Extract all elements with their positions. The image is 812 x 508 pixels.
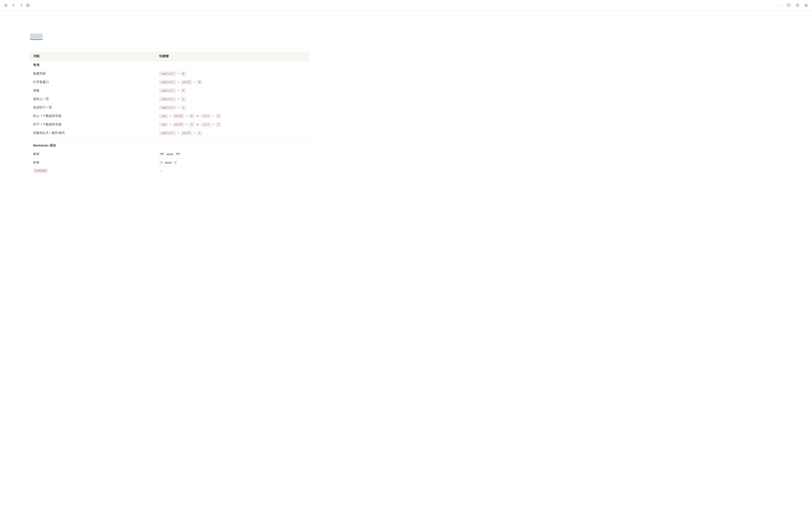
topbar-right (777, 2, 809, 8)
section-label: 常用 (29, 61, 310, 70)
shortcut-cell: cmd/ctrl + ] (155, 103, 309, 112)
key-badge: shift (181, 80, 192, 84)
separator-cell (29, 137, 310, 141)
topbar (0, 0, 812, 11)
section-label: Markdown 语法 (29, 141, 310, 150)
key-badge: cmd/ctrl (159, 105, 176, 110)
feature-cell: 切换到白天 / 夜间 模式 (29, 129, 155, 137)
table-row: 行内代码 (29, 167, 310, 175)
table-row: 搜索 cmd/ctrl + P (29, 86, 310, 95)
table-row: 新建页面 cmd/ctrl + N (29, 70, 310, 78)
table-row: 前进到下一页 cmd/ctrl + ] (29, 103, 310, 112)
feature-cell: 搜索 (29, 86, 155, 95)
markdown-marker: ** (175, 152, 181, 156)
svg-rect-0 (4, 4, 7, 5)
table-row: 切换到白天 / 夜间 模式 cmd/ctrl + shift + L (29, 129, 310, 137)
feature-cell: 到上一个数据库页面 (29, 112, 155, 120)
tables-wrapper: 功能 快捷键 常用 新建页面 cmd/ctrl + N (29, 51, 310, 175)
feature-cell: 粗体 (29, 150, 155, 158)
comment-icon[interactable] (786, 2, 792, 8)
topbar-left (3, 2, 31, 8)
page-content: ⌨️ 功能 快捷键 常用 新建页面 (0, 11, 339, 204)
shortcut-cell: cmd + shift + J or ctrl + J (155, 120, 309, 129)
key-badge: ctrl (201, 123, 211, 127)
back-icon[interactable] (11, 2, 16, 8)
shortcut-cell: cmd + shift + K or ctrl + K (155, 112, 309, 120)
key-badge: cmd (159, 114, 168, 118)
feature-cell: 前进到下一页 (29, 103, 155, 112)
history-icon[interactable] (795, 2, 800, 8)
shortcut-cell: cmd/ctrl + P (155, 86, 309, 95)
forward-icon[interactable] (18, 2, 24, 8)
word-text: word (165, 161, 172, 164)
word-text: word (166, 152, 173, 156)
key-badge: cmd/ctrl (159, 80, 176, 84)
feature-cell: 到下一个数据库页面 (29, 120, 155, 129)
table-row: 粗体 ** word ** (29, 150, 310, 158)
breadcrumb-page-icon (26, 4, 30, 7)
table-row: Markdown 语法 (29, 141, 310, 150)
key-badge: K (216, 114, 221, 118)
favorite-icon[interactable] (803, 2, 809, 8)
share-button[interactable] (777, 4, 783, 6)
key-badge: N (181, 72, 186, 76)
feature-cell: 返回上一页 (29, 95, 155, 103)
key-badge: ctrl (201, 114, 211, 118)
feature-cell: 打开新窗口 (29, 78, 155, 86)
key-badge: cmd/ctrl (159, 89, 176, 93)
key-badge: L (197, 131, 202, 135)
plus-sign: + (177, 72, 179, 75)
svg-rect-3 (787, 4, 790, 6)
shortcut-cell: cmd/ctrl + shift + L (155, 129, 309, 137)
shortcut-table-1: 功能 快捷键 常用 新建页面 cmd/ctrl + N (29, 51, 310, 175)
table-row: 打开新窗口 cmd/ctrl + shift + N (29, 78, 310, 86)
markdown-marker: ** (159, 152, 164, 156)
shortcut-cell: cmd/ctrl + shift + N (155, 78, 309, 86)
table-row: 到上一个数据库页面 cmd + shift + K or ctrl + K (29, 112, 310, 120)
key-badge: shift (173, 114, 184, 118)
table-row: 斜体 * word * (29, 158, 310, 167)
key-badge: [ (181, 97, 186, 101)
table-row: 常用 (29, 61, 310, 70)
inline-code: 行内代码 (33, 169, 48, 173)
key-badge: ] (181, 105, 186, 110)
svg-rect-2 (4, 6, 7, 6)
key-badge: cmd (159, 123, 168, 127)
key-badge: cmd/ctrl (159, 131, 176, 135)
markdown-marker: * (159, 161, 163, 165)
key-badge: cmd/ctrl (159, 72, 176, 76)
table1-header-feature: 功能 (29, 52, 155, 61)
key-badge: J (189, 123, 194, 127)
shortcut-cell: cmd/ctrl + [ (155, 95, 309, 103)
feature-cell: 斜体 (29, 158, 155, 167)
table1-header-shortcut: 快捷键 (155, 52, 309, 61)
key-badge: cmd/ctrl (159, 97, 176, 101)
markdown-marker: * (174, 161, 177, 165)
key-badge: J (216, 123, 221, 127)
table-row: 返回上一页 cmd/ctrl + [ (29, 95, 310, 103)
breadcrumb (26, 4, 31, 7)
menu-icon[interactable] (3, 2, 9, 8)
key-badge: N (197, 80, 202, 84)
or-text: or (196, 114, 199, 118)
page-icon: ⌨️ (29, 30, 310, 44)
table-row (29, 137, 310, 141)
shortcut-cell (155, 167, 309, 175)
shortcut-cell: cmd/ctrl + N (155, 70, 309, 78)
key-badge: shift (173, 123, 184, 127)
table-row: 到下一个数据库页面 cmd + shift + J or ctrl + J (29, 120, 310, 129)
key-badge: K (189, 114, 194, 118)
shortcut-cell: * word * (155, 158, 309, 167)
svg-rect-1 (4, 5, 7, 6)
key-badge: shift (181, 131, 192, 135)
feature-cell: 新建页面 (29, 70, 155, 78)
shortcut-cell: ** word ** (155, 150, 309, 158)
feature-cell: 行内代码 (29, 167, 155, 175)
key-badge (159, 171, 163, 172)
key-badge: P (181, 89, 186, 93)
table-section-1: 功能 快捷键 常用 新建页面 cmd/ctrl + N (29, 51, 310, 175)
